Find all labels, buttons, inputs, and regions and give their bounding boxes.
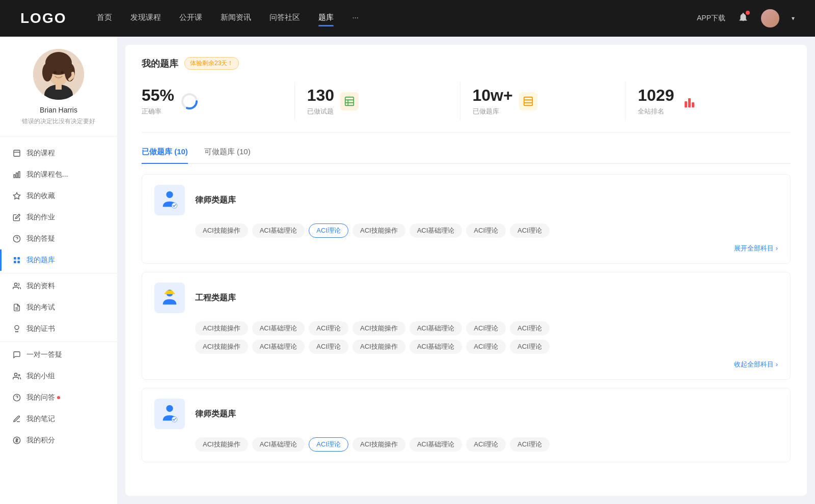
tag-item[interactable]: ACI技能操作 (352, 437, 405, 452)
user-avatar[interactable] (761, 9, 779, 27)
tag-item[interactable]: ACI理论 (466, 437, 506, 452)
svg-rect-10 (14, 150, 20, 156)
rank-barchart-icon (680, 92, 698, 110)
nav-opencourse[interactable]: 公开课 (179, 13, 202, 24)
navbar: LOGO 首页 发现课程 公开课 新闻资讯 问答社区 题库 ··· APP下载 … (0, 0, 815, 37)
trial-badge: 体验剩余23天！ (184, 57, 239, 70)
tab-done[interactable]: 已做题库 (10) (142, 147, 188, 163)
expand-all-link-1[interactable]: 展开全部科目 › (734, 244, 778, 253)
tag-item[interactable]: ACI基础理论 (410, 223, 463, 238)
sidebar-item-packages[interactable]: 我的课程包... (0, 164, 117, 185)
tag-item[interactable]: ACI理论 (466, 223, 506, 238)
sidebar-item-favorites[interactable]: 我的收藏 (0, 185, 117, 207)
nav-news[interactable]: 新闻资讯 (221, 13, 251, 24)
page-header: 我的题库 体验剩余23天！ (142, 57, 791, 70)
sidebar-item-packages-label: 我的课程包... (26, 170, 68, 179)
barchart-icon (12, 170, 21, 179)
sidebar-item-exam[interactable]: 我的考试 (0, 297, 117, 318)
sidebar-item-profile[interactable]: 我的资料 (0, 275, 117, 297)
tag-item[interactable]: ACI理论 (466, 340, 506, 354)
collapse-all-link[interactable]: 收起全部科目 › (734, 360, 778, 369)
tag-item[interactable]: ACI理论 (510, 223, 550, 238)
notification-badge (746, 11, 750, 15)
tag-item[interactable]: ACI基础理论 (410, 321, 463, 335)
svg-point-5 (46, 59, 71, 75)
tag-item[interactable]: ACI基础理论 (410, 340, 463, 354)
bank-section-lawyer-1: 律师类题库 ACI技能操作 ACI基础理论 ACI理论 ACI技能操作 ACI基… (142, 174, 791, 264)
edit-icon (12, 213, 21, 222)
stat-rank-label: 全站排名 (638, 107, 674, 116)
sidebar-item-1on1[interactable]: 一对一答疑 (0, 344, 117, 366)
notification-bell[interactable] (738, 12, 749, 25)
svg-rect-43 (165, 293, 175, 294)
sidebar-item-questionbank[interactable]: 我的题库 (0, 249, 117, 271)
page-title: 我的题库 (142, 58, 178, 70)
tag-item[interactable]: ACI理论 (510, 321, 550, 335)
tag-item[interactable]: ACI理论 (309, 321, 348, 335)
tag-item[interactable]: ACI技能操作 (352, 223, 405, 238)
sidebar-item-certificate-label: 我的证书 (26, 324, 55, 333)
questions-dot-badge (57, 396, 60, 399)
bank-section-engineer-tags-1: ACI技能操作 ACI基础理论 ACI理论 ACI技能操作 ACI基础理论 AC… (195, 321, 778, 335)
tag-item[interactable]: ACI技能操作 (195, 340, 248, 354)
tag-item[interactable]: ACI基础理论 (252, 321, 305, 335)
stat-accuracy-label: 正确率 (142, 107, 174, 116)
user-menu-chevron[interactable]: ▾ (792, 15, 795, 22)
stat-done-banks-value: 10w+ (473, 86, 513, 105)
stat-accuracy-value: 55% (142, 86, 174, 105)
tag-item-active[interactable]: ACI理论 (309, 437, 348, 452)
tag-item[interactable]: ACI技能操作 (195, 223, 248, 238)
tag-item[interactable]: ACI理论 (466, 321, 506, 335)
stat-accuracy: 55% 正确率 (142, 82, 295, 120)
stat-done-questions-label: 已做试题 (307, 107, 334, 116)
question-circle-icon (12, 234, 21, 243)
logo: LOGO (20, 10, 66, 26)
svg-rect-12 (14, 175, 15, 178)
sidebar-item-courses[interactable]: 我的课程 (0, 143, 117, 164)
message-icon (12, 350, 21, 359)
tag-item[interactable]: ACI技能操作 (352, 321, 405, 335)
sidebar-item-notes[interactable]: 我的笔记 (0, 408, 117, 430)
stat-rank-value: 1029 (638, 86, 674, 105)
sidebar-item-group[interactable]: 我的小组 (0, 366, 117, 387)
svg-point-41 (172, 203, 177, 208)
lawyer-bank-icon-1 (154, 185, 185, 215)
sidebar-item-favorites-label: 我的收藏 (26, 191, 55, 201)
sidebar-item-profile-label: 我的资料 (26, 282, 55, 291)
tag-item[interactable]: ACI理论 (510, 340, 550, 354)
svg-point-25 (15, 325, 19, 329)
svg-point-26 (14, 373, 17, 376)
sidebar-item-courses-label: 我的课程 (26, 149, 55, 158)
bank-section-engineer-tags-2: ACI技能操作 ACI基础理论 ACI理论 ACI技能操作 ACI基础理论 AC… (195, 340, 778, 354)
tag-item[interactable]: ACI基础理论 (252, 223, 305, 238)
sidebar-item-points[interactable]: 我的积分 (0, 430, 117, 451)
nav-discover[interactable]: 发现课程 (130, 13, 161, 24)
app-download-link[interactable]: APP下载 (697, 14, 725, 23)
sidebar-profile: Brian Harris 错误的决定比没有决定要好 (0, 49, 117, 136)
tab-todo[interactable]: 可做题库 (10) (204, 147, 251, 163)
stat-done-banks: 10w+ 已做题库 (460, 82, 626, 120)
sidebar-item-exam-label: 我的考试 (26, 303, 55, 312)
sidebar-item-homework[interactable]: 我的作业 (0, 207, 117, 228)
tag-item-active[interactable]: ACI理论 (309, 223, 348, 238)
nav-home[interactable]: 首页 (97, 13, 112, 24)
tag-item[interactable]: ACI技能操作 (195, 437, 248, 452)
note-icon (12, 414, 21, 424)
tag-item[interactable]: ACI技能操作 (352, 340, 405, 354)
nav-qa[interactable]: 问答社区 (269, 13, 300, 24)
tag-item[interactable]: ACI理论 (510, 437, 550, 452)
sidebar-item-qa[interactable]: 我的答疑 (0, 228, 117, 249)
sidebar-item-certificate[interactable]: 我的证书 (0, 318, 117, 340)
tag-item[interactable]: ACI基础理论 (252, 437, 305, 452)
svg-point-9 (61, 71, 64, 74)
sidebar-item-questions[interactable]: 我的问答 (0, 387, 117, 408)
tag-item[interactable]: ACI基础理论 (252, 340, 305, 354)
svg-rect-7 (56, 82, 62, 90)
nav-questionbank[interactable]: 题库 (318, 13, 334, 24)
nav-more[interactable]: ··· (352, 13, 359, 24)
tag-item[interactable]: ACI基础理论 (410, 437, 463, 452)
profile-name: Brian Harris (40, 106, 77, 114)
tag-item[interactable]: ACI技能操作 (195, 321, 248, 335)
menu-divider-1 (0, 273, 117, 273)
tag-item[interactable]: ACI理论 (309, 340, 348, 354)
